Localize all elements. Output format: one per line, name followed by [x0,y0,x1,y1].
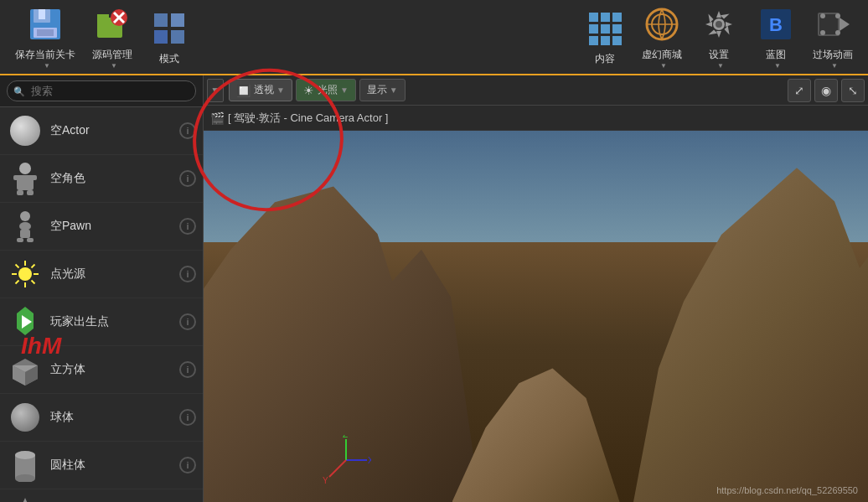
mode-icon [149,8,189,49]
blueprint-icon: B [756,4,796,44]
item-label-point-light: 点光源 [50,267,179,282]
sphere-icon [7,112,44,149]
svg-marker-65 [12,498,39,502]
sidebar-item-sphere[interactable]: 球体 i [0,394,203,442]
svg-rect-42 [27,190,34,195]
svg-text:X: X [368,456,371,465]
svg-rect-14 [589,13,598,22]
content-icon [585,8,625,49]
info-icon-5[interactable]: i [179,361,196,378]
svg-rect-12 [154,30,168,44]
settings-button[interactable]: 设置 [690,1,747,73]
search-bar [0,75,203,107]
sidebar-item-player-start[interactable]: 玩家出生点 i [0,298,203,346]
save-button[interactable]: 保存当前关卡 [7,1,84,73]
item-label-cube: 立方体 [50,362,179,377]
svg-rect-16 [612,13,622,22]
vp-collapse-button[interactable]: ▼ [207,79,224,102]
svg-rect-22 [612,36,622,45]
svg-marker-36 [840,18,850,31]
svg-text:B: B [769,14,783,35]
svg-rect-10 [154,13,168,27]
main-toolbar: 保存当前关卡 源码管理 模式 [0,0,868,75]
search-input[interactable] [7,80,196,101]
info-icon-1[interactable]: i [179,170,196,187]
sidebar-item-empty-actor[interactable]: 空Actor i [0,107,203,155]
character-icon [7,160,44,197]
svg-rect-20 [589,36,598,45]
content-label: 内容 [595,52,615,66]
svg-rect-40 [28,175,37,180]
source-management-button[interactable]: 源码管理 [84,1,141,73]
svg-rect-45 [20,230,30,238]
svg-point-37 [19,163,31,174]
viewport-scene[interactable]: X Z Y https://blog.csdn.net/qq_52269550 [204,131,868,502]
info-icon-3[interactable]: i [179,266,196,282]
source-label: 源码管理 [92,48,132,62]
pawn-icon [7,208,44,245]
svg-line-53 [16,265,19,268]
item-label-player-start: 玩家出生点 [50,314,179,329]
svg-rect-11 [171,13,184,27]
sidebar-item-cylinder[interactable]: 圆柱体 i [0,442,203,489]
svg-rect-4 [37,29,54,36]
cinematics-icon [813,4,853,44]
svg-point-32 [820,13,825,18]
svg-rect-41 [17,190,23,195]
svg-rect-15 [601,13,610,22]
marketplace-button[interactable]: 虚幻商城 [633,1,690,73]
perspective-label: 透视 [254,83,274,97]
cylinder-icon [7,447,44,484]
vp-fullscreen-button[interactable]: ⤡ [841,79,865,102]
watermark: https://blog.csdn.net/qq_52269550 [716,485,858,495]
svg-point-34 [820,30,825,35]
show-label: 显示 [367,83,387,97]
item-label-empty-pawn: 空Pawn [50,219,179,234]
vp-right-tools: ⤢ ◉ ⤡ [788,79,865,102]
show-arrow: ▼ [390,85,398,95]
info-icon-6[interactable]: i [179,409,196,426]
sidebar-item-empty-character[interactable]: 空角色 i [0,155,203,203]
svg-line-71 [329,460,346,477]
info-icon-4[interactable]: i [179,313,196,330]
lit-button[interactable]: ☀ 光照 ▼ [296,79,356,101]
svg-point-48 [18,267,32,281]
info-icon-7[interactable]: i [179,457,196,474]
save-label: 保存当前关卡 [15,48,75,62]
item-label-cylinder: 圆柱体 [50,458,179,473]
perspective-arrow: ▼ [276,85,285,95]
svg-rect-17 [589,24,598,34]
content-button[interactable]: 内容 [576,5,633,70]
cinematics-label: 过场动画 [813,48,853,62]
svg-rect-21 [601,36,610,45]
search-wrapper [7,80,196,101]
svg-point-43 [20,211,30,221]
marketplace-label: 虚幻商城 [642,48,682,62]
mode-button[interactable]: 模式 [141,5,198,70]
svg-rect-2 [39,9,45,19]
svg-rect-18 [601,24,610,34]
sidebar-item-empty-pawn[interactable]: 空Pawn i [0,203,203,251]
sidebar-item-cube[interactable]: 立方体 i [0,346,203,394]
show-button[interactable]: 显示 ▼ [359,79,406,101]
item-label-empty-char: 空角色 [50,171,179,186]
vp-maximize-button[interactable]: ⤢ [788,79,811,102]
blueprint-button[interactable]: B 蓝图 [747,1,804,73]
info-icon-2[interactable]: i [179,218,196,235]
sidebar: 空Actor i 空角色 i 空Pawn [0,75,204,502]
svg-rect-46 [17,238,23,242]
breadcrumb-text: [ 驾驶·敦活 - Cine Camera Actor ] [228,111,388,126]
lit-arrow: ▼ [340,85,349,95]
sidebar-item-point-light[interactable]: 点光源 i [0,251,203,298]
save-icon [25,4,65,44]
info-icon-0[interactable]: i [179,122,196,139]
mode-label: 模式 [159,52,179,66]
sidebar-item-cone[interactable]: 锥体 [0,489,203,502]
marketplace-icon [642,4,682,44]
vp-orbit-button[interactable]: ◉ [814,79,838,102]
breadcrumb-camera-icon: 🎬 [210,111,225,125]
settings-label: 设置 [709,48,729,62]
source-icon [92,4,132,44]
cinematics-button[interactable]: 过场动画 [804,1,861,73]
perspective-button[interactable]: 🔲 透视 ▼ [229,79,292,101]
